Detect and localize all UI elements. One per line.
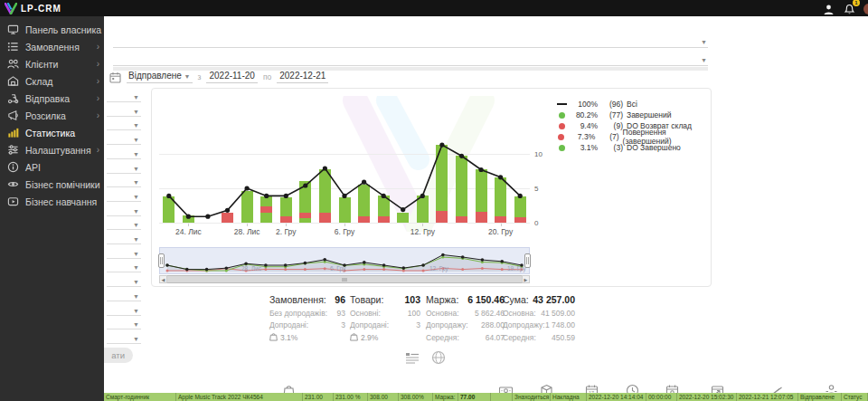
svg-text:12. Гру: 12. Гру [429,265,449,272]
mini-filter-select[interactable]: ▼ [107,148,141,159]
table-cell: Статус [842,393,868,401]
x-axis-tick [422,224,423,226]
mini-filter-select[interactable]: ▼ [107,176,141,187]
date-filter-row: Відправлене ▼ з 2022-11-20 по 2022-12-21 [109,70,328,84]
sidebar-item-shipping[interactable]: Відправка› [0,90,104,107]
summary-sub-label: Допродажу: [426,320,468,329]
table-cell: 2022-12-21 12:07:05 [737,393,798,401]
summary-sub-value: 1 748.00 [545,320,575,329]
app-logo[interactable]: LP-CRM [0,3,61,14]
chevron-down-icon: ▼ [133,122,139,129]
date-to-input[interactable]: 2022-12-21 [277,71,328,83]
sidebar-item-warehouse[interactable]: Склад› [0,72,104,90]
legend-count: (96) [601,100,623,109]
sidebar-item-clients[interactable]: Клієнти› [0,55,104,72]
sidebar-item-settings[interactable]: Налаштування› [0,141,104,158]
chart-scrollbar[interactable]: ◀ ▶ [159,275,530,283]
sidebar-item-helpers[interactable]: Бізнес помічники [0,176,104,193]
summary-column: Замовлення:96Без допродажів:93Допродані:… [269,294,345,343]
table-cell: 00:00:00 [646,393,677,401]
sidebar-item-orders[interactable]: Замовлення› [0,38,104,55]
panel-icon [7,24,19,35]
mini-filter-select[interactable]: ▼ [107,218,141,230]
legend-item[interactable]: 7.3%(7)Повернення (завершений) [556,131,711,142]
y-axis-tick-label: 10 [534,150,542,158]
summary-sub-label: Допродані: [269,320,308,329]
scroll-right-arrow[interactable]: ▶ [522,275,530,283]
legend-dot-marker-icon [556,145,567,151]
chevron-down-icon: ▼ [133,251,139,257]
summary-sub-label: Середня: [503,333,536,342]
x-axis-tick-label: 12. Гру [410,227,435,236]
table-cell: 2022-12-20 15:02:30 [677,393,737,401]
sidebar-item-mailing[interactable]: Розсилка› [0,107,104,124]
filter-select-2[interactable]: ▼ [113,54,708,66]
table-row[interactable]: Смарт-годинникApple Music Track 2022 ЧК4… [104,393,868,401]
summary-sub-value: 64.07 [486,333,505,342]
chart-legend: 100%(96)Всі80.2%(77)Завершений9.4%(9)DO … [556,99,711,153]
scroll-thumb[interactable] [167,275,522,283]
mini-filter-select[interactable]: ▼ [107,205,141,216]
chevron-right-icon: › [97,111,99,120]
navigator-series: 28. Лис6. Гру12. Гру19. Гру [160,248,529,273]
legend-percent: 80.2% [571,110,598,119]
legend-dot-marker-icon [556,134,566,140]
table-cell: Відправлене [798,393,842,401]
x-axis-tick-label: 24. Лис [175,227,202,236]
partial-edge-icon[interactable] [863,4,868,14]
mini-filter-select[interactable]: ▼ [107,290,141,301]
user-icon[interactable] [823,3,835,14]
scroll-left-arrow[interactable]: ◀ [159,275,167,283]
mini-filter-select[interactable]: ▼ [107,318,141,329]
chart-toolbar [405,350,446,365]
mini-filter-select[interactable]: ▼ [107,261,141,272]
summary-badge-percent: 2.9% [361,333,378,342]
mini-filter-select[interactable]: ▼ [107,275,141,287]
list-settings-icon[interactable] [405,350,420,365]
summary-title: Замовлення: [269,294,326,305]
date-type-select[interactable]: Відправлене ▼ [127,71,193,83]
date-from-input[interactable]: 2022-11-20 [206,71,257,83]
chevron-down-icon: ▼ [133,321,139,328]
mini-filter-select[interactable]: ▼ [107,133,141,145]
legend-label: Всі [627,100,637,109]
sidebar-item-label: Бізнес навчання [25,196,97,207]
sidebar-item-stats[interactable]: Статистика [0,124,104,141]
mini-filter-select[interactable]: ▼ [107,190,141,202]
mini-filter-select[interactable]: ▼ [107,332,141,344]
chevron-right-icon: › [97,94,99,103]
chevron-right-icon: › [97,77,99,86]
sidebar-item-api[interactable]: API [0,158,104,176]
legend-percent: 100% [571,100,598,109]
chevron-down-icon: ▼ [184,73,191,80]
sidebar-item-training[interactable]: Бізнес навчання [0,193,104,210]
sidebar-item-panel[interactable]: Панель власника [0,21,104,38]
mini-filter-select[interactable]: ▼ [107,91,141,102]
orders-icon [7,41,19,53]
x-axis-tick-label: 6. Гру [335,227,354,236]
mini-filter-select[interactable]: ▼ [107,304,141,316]
filter-select-1[interactable]: ▼ [113,36,708,48]
summary-sub-value: 93 [337,309,345,318]
notifications-bell-icon[interactable]: 1 [844,3,855,14]
mini-filter-select[interactable]: ▼ [107,105,141,117]
legend-line-marker-icon [556,103,567,105]
chevron-down-icon: ▼ [133,236,139,243]
mini-filter-select[interactable]: ▼ [107,247,141,259]
calendar-icon[interactable] [109,72,121,83]
legend-item[interactable]: 80.2%(77)Завершений [556,110,711,120]
navigator-right-handle[interactable] [524,253,531,268]
chevron-right-icon: › [97,146,99,155]
stats-icon [7,127,19,138]
navigator-left-handle[interactable] [158,253,165,268]
chart-navigator[interactable]: 28. Лис6. Гру12. Гру19. Гру [159,247,530,274]
mini-filter-select[interactable]: ▼ [107,233,141,244]
mini-filter-select[interactable]: ▼ [107,119,141,130]
legend-item[interactable]: 100%(96)Всі [556,99,711,110]
x-axis-tick [286,224,287,226]
sidebar-item-label: Статистика [25,128,75,138]
globe-icon[interactable] [431,350,446,365]
mini-filter-select[interactable]: ▼ [107,162,141,174]
table-cell: Накладна [551,393,587,401]
x-axis-tick-label: 28. Лис [234,227,260,236]
